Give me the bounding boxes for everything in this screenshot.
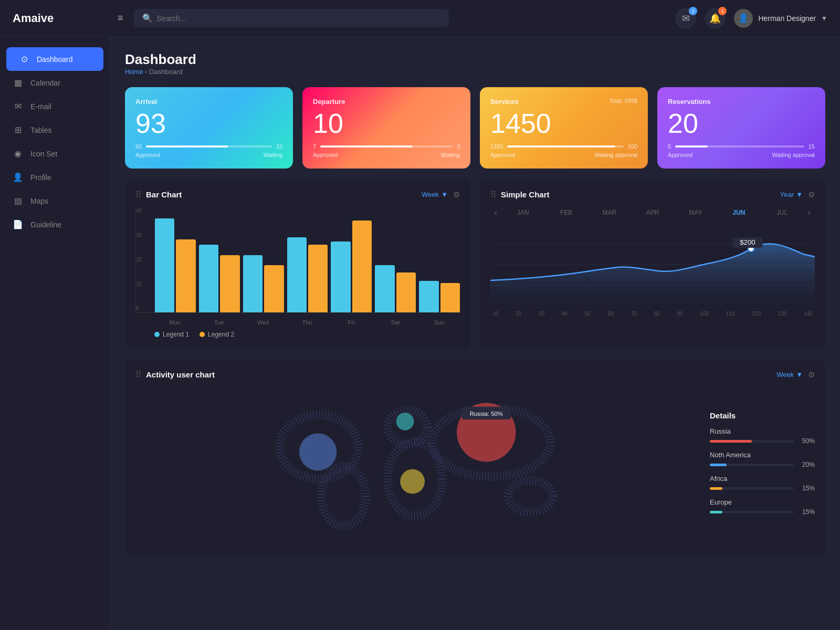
region-name: Russia [710,427,815,435]
sidebar-item-guideline[interactable]: 📄 Guideline [0,213,110,236]
bar-orange [176,239,195,312]
svg-point-16 [396,413,414,430]
region-name: Africa [710,475,815,482]
sidebar-item-profile[interactable]: 👤 Profile [0,165,110,189]
sidebar-item-label: Maps [30,197,48,205]
bar-group [155,208,196,312]
bar-group [331,208,372,312]
panel-dots-icon: ⠿ [135,370,142,380]
region-bar-fill [710,440,752,443]
month-nav: ‹JANFEBMARAPRMAYJUNJUL› [490,208,815,217]
bar-group [243,208,284,312]
bar-chart-period-select[interactable]: Week ▼ [422,191,448,198]
stat-footer: Approved Waiting approval [668,152,815,158]
simple-chart-panel: ⠿ Simple Chart Year ▼ ⚙ ‹JANFEBMARAPRMAY… [480,179,825,349]
stat-value: 1450 [490,110,637,137]
activity-content: Russia: 50% UsersOrders Details Russia 5… [135,388,815,545]
month-label-jan[interactable]: JAN [501,209,544,216]
sidebar-item-label: Tables [30,126,51,134]
sidebar-item-calendar[interactable]: ▦ Calendar [0,71,110,94]
bar-blue [243,255,262,312]
bar-chart-header: ⠿ Bar Chart Week ▼ ⚙ [135,190,460,200]
line-chart-svg: $200 [490,223,815,307]
activity-period-select[interactable]: Week ▼ [776,371,803,379]
panel-dots-icon: ⠿ [490,190,497,200]
hamburger-icon[interactable]: ≡ [118,13,123,24]
month-next-button[interactable]: › [804,208,815,217]
stat-card-services: Services Total: 999$ 1450 1350 100 Appro… [480,87,648,169]
x-axis-labels: 102030405060708090100110120130140 [490,311,815,317]
stat-bar-row: 60 33 [135,143,282,150]
bar-chart-area: 403020100 [135,208,460,313]
sidebar-item-dashboard[interactable]: ⊙ Dashboard [6,47,103,71]
bell-button[interactable]: 🔔 1 [705,8,726,29]
region-rows: Russia 50% Noth America 20% Africa 15% E… [710,427,815,516]
simple-chart-period-select[interactable]: Year ▼ [780,191,803,198]
stat-footer: Approved Waiting approval [490,152,637,158]
month-label-jul[interactable]: JUL [760,209,803,216]
profile-icon: 👤 [13,172,23,182]
dashboard-icon: ⊙ [19,54,29,64]
activity-gear-icon[interactable]: ⚙ [808,370,815,380]
simple-chart-gear-icon[interactable]: ⚙ [808,190,815,200]
stat-bar [320,145,453,148]
chart-legend: Legend 1Legend 2 [135,331,460,338]
sidebar-item-email[interactable]: ✉ E-mail [0,94,110,118]
sidebar-item-tables[interactable]: ⊞ Tables [0,118,110,142]
map-area: Russia: 50% UsersOrders [135,388,699,545]
chart-row: ⠿ Bar Chart Week ▼ ⚙ 403020100 [125,179,825,349]
stat-total-label: Total: 999$ [609,98,637,104]
stat-bar-row: 1350 100 [490,143,637,150]
bar-chart-panel: ⠿ Bar Chart Week ▼ ⚙ 403020100 [125,179,470,349]
user-name: Herman Designer [758,14,816,23]
month-prev-button[interactable]: ‹ [490,208,501,217]
breadcrumb: Home › Dashboard [125,68,825,76]
bar-group [287,208,328,312]
bar-blue [331,242,350,312]
user-info[interactable]: 👤 Herman Designer ▼ [734,9,827,28]
sidebar-item-label: E-mail [30,102,51,111]
legend-dot [154,332,160,337]
breadcrumb-home[interactable]: Home [125,68,143,76]
details-title: Details [710,411,815,420]
stat-card-departure: Departure 10 7 3 Approved Waiting [302,87,470,169]
search-input[interactable] [157,14,440,23]
region-name: Europe [710,498,815,506]
page-header: Dashboard Home › Dashboard [125,51,825,76]
month-label-feb[interactable]: FEB [545,209,588,216]
legend-item: Legend 2 [200,331,234,338]
activity-header: ⠿ Activity user chart Week ▼ ⚙ [135,370,815,380]
stat-card-arrival: Arrival 93 60 33 Approved Waiting [125,87,293,169]
bar-chart-gear-icon[interactable]: ⚙ [453,190,460,200]
activity-right: Details Russia 50% Noth America 20% Afri… [710,388,815,545]
main-content: Dashboard Home › Dashboard Arrival 93 60… [110,37,840,630]
simple-chart-title: Simple Chart [501,190,550,199]
layout: ⊙ Dashboard ▦ Calendar ✉ E-mail ⊞ Tables… [0,0,840,630]
map-svg: Russia: 50% [135,388,699,545]
stat-bar [507,145,623,148]
bar-blue [375,265,394,312]
mail-button[interactable]: ✉ 2 [675,8,696,29]
stat-card-reservations: Reservations 20 5 15 Approved Waiting ap… [657,87,825,169]
region-pct: 20% [798,461,815,468]
simple-chart-area: $200 102030405060708090100110120130140 [490,223,815,338]
month-label-mar[interactable]: MAR [588,209,631,216]
stat-bar-row: 5 15 [668,143,815,150]
mail-badge: 2 [689,7,697,15]
search-icon: 🔍 [142,13,153,23]
month-label-jun[interactable]: JUN [717,209,760,216]
sidebar-item-maps[interactable]: ▤ Maps [0,189,110,213]
region-row-russia: Russia 50% [710,427,815,445]
sidebar-item-label: Calendar [30,79,60,87]
region-bar-wrap: 15% [710,485,815,492]
month-label-apr[interactable]: APR [631,209,674,216]
bar-blue [155,218,174,312]
simple-chart-header: ⠿ Simple Chart Year ▼ ⚙ [490,190,815,200]
bell-badge: 1 [718,7,727,15]
sidebar-item-label: Icon Set [30,150,57,158]
region-bar-bg [710,440,794,443]
month-label-may[interactable]: MAY [674,209,717,216]
stat-value: 93 [135,110,282,137]
bar-orange [220,255,239,312]
sidebar-item-iconset[interactable]: ◉ Icon Set [0,142,110,165]
